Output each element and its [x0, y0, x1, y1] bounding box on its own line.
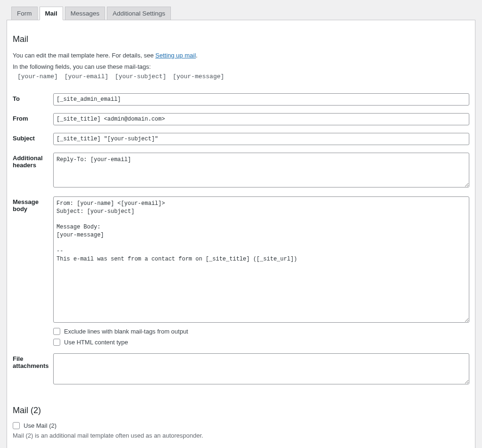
mailtag-your-email: [your-email]: [64, 73, 109, 80]
tab-mail-label: Mail: [45, 10, 57, 17]
panel-heading: Mail: [13, 34, 469, 44]
from-label: From: [13, 110, 53, 130]
additional-headers-textarea[interactable]: [53, 153, 469, 187]
use-mail2-checkbox[interactable]: [13, 422, 20, 429]
intro-text-2: In the following fields, you can use the…: [13, 62, 469, 72]
mail-panel: Mail You can edit the mail template here…: [7, 20, 475, 448]
mail2-heading: Mail (2): [13, 406, 469, 415]
subject-input[interactable]: [53, 133, 469, 145]
file-attachments-textarea[interactable]: [53, 353, 469, 384]
mailtag-your-message: [your-message]: [173, 73, 224, 80]
tab-mail[interactable]: Mail: [40, 7, 63, 20]
message-body-label: Message body: [13, 194, 53, 350]
tab-messages[interactable]: Messages: [65, 7, 105, 20]
mailtags-list: [your-name] [your-email] [your-subject] …: [13, 73, 469, 80]
mailtag-your-name: [your-name]: [17, 73, 58, 80]
message-body-textarea[interactable]: [53, 196, 469, 323]
tab-messages-label: Messages: [71, 10, 100, 17]
mailtag-your-subject: [your-subject]: [115, 73, 166, 80]
tab-additional-settings[interactable]: Additional Settings: [107, 7, 171, 20]
setting-up-mail-link[interactable]: Setting up mail: [155, 52, 196, 59]
mail2-description: Mail (2) is an additional mail template …: [13, 432, 469, 439]
use-html-checkbox[interactable]: [53, 339, 60, 346]
intro-text-1: You can edit the mail template here. For…: [13, 52, 155, 59]
additional-headers-label: Additional headers: [13, 150, 53, 194]
exclude-blank-label[interactable]: Exclude lines with blank mail-tags from …: [64, 328, 188, 335]
to-input[interactable]: [53, 93, 469, 106]
to-label: To: [13, 90, 53, 110]
tab-form[interactable]: Form: [11, 7, 38, 20]
tab-bar: Form Mail Messages Additional Settings: [7, 7, 475, 20]
intro-block: You can edit the mail template here. For…: [13, 51, 469, 80]
exclude-blank-checkbox[interactable]: [53, 328, 60, 335]
tab-additional-settings-label: Additional Settings: [112, 10, 165, 17]
tab-form-label: Form: [17, 10, 32, 17]
file-attachments-label: File attachments: [13, 350, 53, 391]
mail-form-table: To From Subject Additional headers Messa…: [13, 90, 469, 391]
intro-period: .: [196, 52, 198, 59]
use-mail2-label[interactable]: Use Mail (2): [24, 422, 56, 429]
from-input[interactable]: [53, 113, 469, 125]
use-html-label[interactable]: Use HTML content type: [64, 339, 128, 346]
subject-label: Subject: [13, 130, 53, 150]
